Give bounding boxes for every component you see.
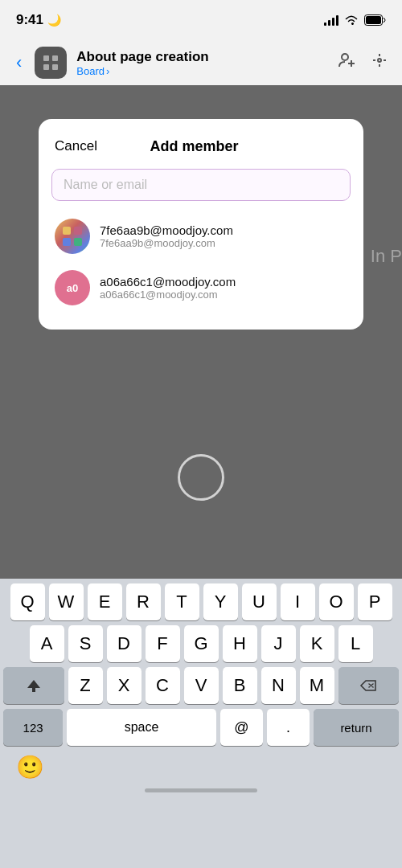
key-n[interactable]: N [261,667,296,704]
key-c[interactable]: C [146,667,180,704]
svg-rect-12 [63,227,71,235]
keyboard-row-1: Q W E R T Y U I O P [0,579,402,620]
moon-icon: 🌙 [47,14,61,27]
nav-title-group: About page creation Board › [76,49,328,77]
nav-subtitle-text: Board [76,65,105,77]
svg-rect-14 [63,238,71,246]
key-j[interactable]: J [261,625,296,662]
key-a[interactable]: A [30,625,64,662]
emoji-bar: 🙂 [0,746,402,780]
key-k[interactable]: K [300,625,334,662]
member-email-secondary: a06a66c1@moodjoy.com [100,289,347,301]
back-button[interactable]: ‹ [13,49,25,76]
key-q[interactable]: Q [10,583,45,620]
svg-rect-4 [43,64,49,70]
emoji-key[interactable]: 🙂 [16,754,44,780]
bg-text: In P [371,246,402,267]
svg-point-6 [342,54,348,60]
keyboard-row-2: A S D F G H J K L [0,620,402,662]
svg-rect-1 [366,16,381,24]
key-g[interactable]: G [184,625,219,662]
status-bar: 9:41 🌙 [0,0,402,40]
avatar-initials: a0 [67,282,78,294]
period-key[interactable]: . [267,709,310,746]
key-t[interactable]: T [165,583,199,620]
modal-title: Add member [97,138,291,155]
wifi-icon [344,14,359,26]
list-item[interactable]: 7fe6aa9b@moodjoy.com 7fe6aa9b@moodjoy.co… [48,211,354,262]
key-i[interactable]: I [281,583,315,620]
key-f[interactable]: F [146,625,180,662]
key-s[interactable]: S [68,625,103,662]
status-time: 9:41 🌙 [16,12,61,28]
svg-rect-3 [52,55,58,61]
add-member-modal: Cancel Add member 7fe6aa9b@moodjoy.com 7… [39,119,363,330]
nav-actions [338,51,389,75]
home-indicator [145,788,257,792]
list-item[interactable]: a0 a06a66c1@moodjoy.com a06a66c1@moodjoy… [48,262,354,313]
member-email-secondary: 7fe6aa9b@moodjoy.com [100,237,347,249]
key-x[interactable]: X [107,667,142,704]
key-p[interactable]: P [358,583,392,620]
status-icons [324,14,386,26]
key-u[interactable]: U [242,583,277,620]
member-info: 7fe6aa9b@moodjoy.com 7fe6aa9b@moodjoy.co… [100,223,347,249]
svg-rect-13 [74,227,82,235]
keyboard-bottom-row: 123 space @ . return [0,704,402,746]
time-label: 9:41 [16,12,43,28]
key-v[interactable]: V [184,667,219,704]
key-b[interactable]: B [223,667,257,704]
space-key[interactable]: space [67,709,216,746]
key-o[interactable]: O [319,583,354,620]
nav-title: About page creation [76,49,328,65]
member-email-primary: a06a66c1@moodjoy.com [100,275,347,289]
backspace-key[interactable] [338,667,400,704]
key-w[interactable]: W [49,583,84,620]
battery-icon [364,14,386,26]
app-icon [35,47,67,79]
key-h[interactable]: H [223,625,257,662]
member-info: a06a66c1@moodjoy.com a06a66c1@moodjoy.co… [100,275,347,301]
settings-button[interactable] [370,51,389,75]
return-key[interactable]: return [314,709,399,746]
svg-rect-5 [52,64,58,70]
key-y[interactable]: Y [203,583,238,620]
cancel-button[interactable]: Cancel [55,135,97,158]
key-r[interactable]: R [126,583,161,620]
shift-key[interactable] [3,667,64,704]
keyboard: Q W E R T Y U I O P A S D F G H J K L Z … [0,579,402,868]
member-email-primary: 7fe6aa9b@moodjoy.com [100,223,347,237]
avatar [55,219,90,254]
search-container [51,169,351,201]
modal-header: Cancel Add member [39,119,363,169]
key-m[interactable]: M [300,667,334,704]
add-person-button[interactable] [338,51,357,75]
key-l[interactable]: L [338,625,373,662]
nav-bar: ‹ About page creation Board › [0,40,402,85]
key-d[interactable]: D [107,625,142,662]
search-input[interactable] [64,178,338,192]
member-list: 7fe6aa9b@moodjoy.com 7fe6aa9b@moodjoy.co… [39,211,363,313]
numbers-key[interactable]: 123 [3,709,63,746]
nav-subtitle[interactable]: Board › [76,65,328,77]
signal-icon [324,14,338,26]
svg-rect-15 [74,238,82,246]
svg-rect-2 [43,55,49,61]
key-z[interactable]: Z [68,667,103,704]
fab-circle-button[interactable] [178,454,224,501]
svg-point-7 [378,59,381,62]
avatar: a0 [55,270,90,305]
keyboard-row-3: Z X C V B N M [0,662,402,704]
key-e[interactable]: E [88,583,122,620]
chevron-down-icon: › [106,65,109,77]
at-key[interactable]: @ [220,709,263,746]
